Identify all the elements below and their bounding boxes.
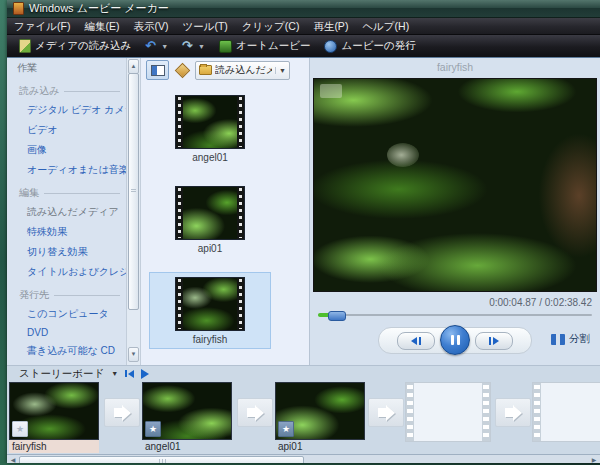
seek-bar[interactable] [318,311,592,320]
pane-layout-button[interactable] [146,60,169,80]
scroll-left-icon[interactable]: ◀ [8,456,18,463]
transition-slot-1[interactable] [104,398,140,427]
undo-button[interactable]: ↶ ▼ [139,38,174,54]
effect-star-icon[interactable]: ★ [12,421,28,437]
storyboard-dropdown-icon[interactable]: ▼ [111,370,118,377]
film-sprockets-right [482,383,490,441]
transition-arrow-tail [114,408,122,417]
task-link-videos[interactable]: ビデオ [27,123,126,137]
clip-thumbnail[interactable] [175,95,245,149]
rewind-button[interactable] [125,370,134,378]
import-media-button[interactable]: メディアの読み込み [13,37,137,55]
task-link-pictures[interactable]: 画像 [27,143,126,157]
redo-button[interactable]: ↷ ▼ [176,38,211,54]
transition-arrow-icon [255,405,264,421]
task-link-recordable-cd[interactable]: 書き込み可能な CD [27,344,126,358]
clip-label: api01 [149,243,271,254]
effects-shortcut-button[interactable] [173,61,191,79]
scroll-right-icon[interactable]: ▶ [589,456,599,463]
empty-storyboard-slot[interactable] [532,382,600,442]
transition-arrow-icon [513,405,522,421]
scroll-up-icon[interactable]: ▲ [128,59,139,74]
effect-star-icon[interactable]: ★ [145,421,161,437]
video-preview[interactable] [313,78,597,292]
split-button[interactable]: 分割 [551,332,590,346]
seek-track[interactable] [318,314,592,316]
storyboard-thumbnail[interactable]: ★ [142,382,232,440]
previous-frame-icon [411,337,417,345]
storyboard-scrollbar-thumb[interactable] [19,456,304,463]
menu-play[interactable]: 再生(P) [306,18,355,34]
clip-thumbnail[interactable] [175,186,245,240]
import-media-label: メディアの読み込み [35,39,131,53]
storyboard-clip-api01[interactable]: ★ api01 [275,382,365,453]
title-bar[interactable]: Windows ムービー メーカー [7,0,600,18]
menu-tools[interactable]: ツール(T) [175,18,234,34]
menu-edit[interactable]: 編集(E) [77,18,126,34]
automovie-button[interactable]: オートムービー [213,37,316,55]
task-link-effects[interactable]: 特殊効果 [27,225,126,239]
previous-frame-button[interactable] [397,332,435,350]
menu-help[interactable]: ヘルプ(H) [355,18,416,34]
transition-arrow-icon [122,405,131,421]
clip-thumbnail[interactable] [175,277,245,331]
chevron-down-icon: ▼ [275,67,286,74]
redo-dropdown-icon[interactable]: ▼ [198,43,205,50]
menu-clip[interactable]: クリップ(C) [235,18,307,34]
storyboard-clip-fairyfish[interactable]: ★ fairyfish [9,382,99,453]
storyboard-clip-label: api01 [275,440,365,453]
transition-slot-4[interactable] [495,398,531,427]
pause-icon-bar2 [457,335,460,345]
folder-icon [199,65,212,75]
clip-item-fairyfish[interactable]: fairyfish [149,272,271,349]
task-link-dvd[interactable]: DVD [27,327,126,338]
empty-storyboard-slot[interactable] [405,382,491,442]
pause-button[interactable] [440,325,470,355]
task-link-imported-media[interactable]: 読み込んだメディア [27,205,126,219]
effect-star-icon[interactable]: ★ [278,421,294,437]
timecode: 0:00:04.87 / 0:02:38.42 [310,292,600,308]
main-area: 作業 読み込み デジタル ビデオ カメラから ビデオ 画像 オーディオまたは音楽… [7,58,600,365]
clip-item-api01[interactable]: api01 [149,181,271,258]
storyboard-thumbnail[interactable]: ★ [9,382,99,440]
collection-dropdown[interactable]: 読み込んだメディ ▼ [195,61,290,80]
publish-movie-button[interactable]: ムービーの発行 [318,37,421,55]
storyboard-thumbnail[interactable]: ★ [275,382,365,440]
undo-icon: ↶ [145,40,156,52]
app-icon[interactable] [13,2,24,15]
task-link-audio-music[interactable]: オーディオまたは音楽 [27,163,126,177]
scroll-down-icon[interactable]: ▼ [128,347,139,362]
play-button[interactable] [141,369,149,379]
task-link-from-dv-camera[interactable]: デジタル ビデオ カメラから [27,103,126,117]
task-link-transitions[interactable]: 切り替え効果 [27,245,126,259]
menu-file[interactable]: ファイル(F) [7,18,77,34]
transition-arrow-icon [386,405,395,421]
video-watermark [320,84,342,98]
tasks-pane-title: 作業 [17,61,126,75]
contents-pane: 読み込んだメディ ▼ angel01 api0 [140,58,310,365]
tasks-scrollbar[interactable]: ▲ ▼ [126,58,140,365]
transition-slot-2[interactable] [237,398,273,427]
task-link-this-computer[interactable]: このコンピュータ [27,307,126,321]
next-frame-bar [489,337,491,345]
undo-dropdown-icon[interactable]: ▼ [161,43,168,50]
preview-pane: fairyfish 0:00:04.87 / 0:02:38.42 [310,58,600,365]
transition-slot-3[interactable] [368,398,404,427]
tasks-scrollbar-thumb[interactable] [128,73,139,310]
menu-bar: ファイル(F) 編集(E) 表示(V) ツール(T) クリップ(C) 再生(P)… [7,18,600,35]
storyboard-clip-label: angel01 [142,440,232,453]
storyboard: ストーリーボード ▼ ★ fairyfish ★ [7,365,600,454]
movie-maker-window: Windows ムービー メーカー ファイル(F) 編集(E) 表示(V) ツー… [7,0,600,463]
film-sprockets-right [237,96,244,148]
storyboard-clip-angel01[interactable]: ★ angel01 [142,382,232,453]
import-media-icon [19,39,31,53]
clip-item-angel01[interactable]: angel01 [149,90,271,167]
split-icon [551,334,565,345]
seek-handle[interactable] [328,311,346,321]
section-publish-header: 発行先 [19,288,126,302]
film-sprockets-right [237,278,244,330]
next-frame-button[interactable] [475,332,513,350]
storyboard-scrollbar[interactable]: ◀ ▶ [7,454,600,463]
task-link-titles-credits[interactable]: タイトルおよびクレジット [27,265,126,279]
menu-view[interactable]: 表示(V) [126,18,175,34]
